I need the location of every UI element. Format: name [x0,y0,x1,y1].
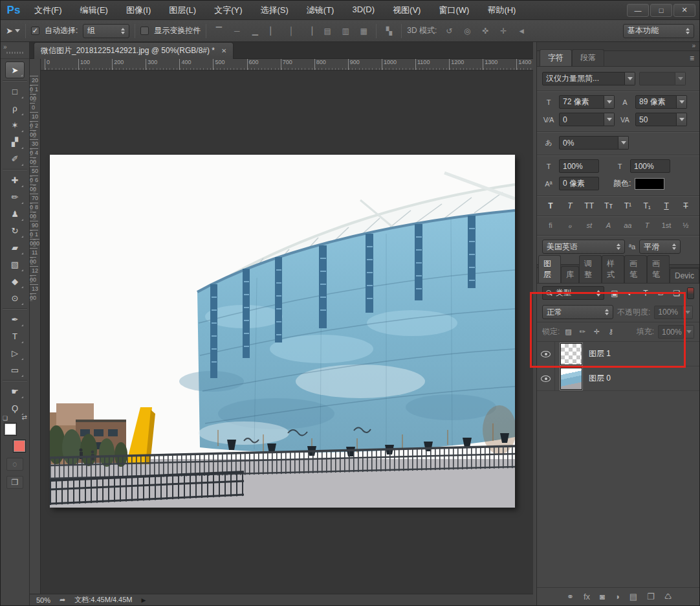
text-style-button[interactable]: Tᴛ [602,201,616,210]
lock-icon[interactable]: ✏ [578,328,587,336]
tool-button[interactable]: ◆ [5,273,25,289]
panel-tab[interactable]: 图层 [538,255,561,283]
layers-bottom-icon[interactable]: ▤ [629,592,637,601]
lock-icon[interactable]: ▨ [563,328,573,336]
tool-button[interactable]: ♟ [5,205,25,222]
language-dropdown[interactable]: 美国英语 [542,240,625,254]
quick-mask-button[interactable]: ◌ [6,458,23,471]
text-color-swatch[interactable] [635,178,664,190]
share-icon[interactable]: ➦ [60,596,65,604]
vertical-ruler[interactable]: 2001000100200300400500600700800900100011… [30,59,41,594]
tool-button[interactable]: ⊙ [5,289,25,306]
font-style-dropdown[interactable] [639,72,686,85]
text-style-button[interactable]: T [679,201,693,210]
align-icon[interactable]: │ [284,25,298,38]
close-tab-icon[interactable]: ✕ [221,47,226,54]
default-colors-icon[interactable]: ❏ [3,415,8,421]
background-color-swatch[interactable] [13,440,26,453]
tool-button[interactable]: ▷ [5,344,25,361]
fill-dropdown[interactable]: 100% [658,325,694,339]
layer-row[interactable]: 图层 0 [537,366,699,391]
proportional-spacing-dropdown[interactable]: 0% [559,136,629,150]
opentype-feature-button[interactable]: fi [543,221,558,230]
workspace-switcher-dropdown[interactable]: 基本功能 [623,24,694,38]
layer-thumbnail[interactable] [560,368,582,390]
tool-button[interactable]: ▭ [5,361,25,378]
distribute-icon[interactable]: ▚ [382,25,396,38]
layer-filter-icon[interactable]: ▱ [655,289,668,298]
menu-item[interactable]: 编辑(E) [72,2,116,19]
foreground-color-swatch[interactable] [4,423,17,436]
layers-bottom-icon[interactable]: ♺ [664,592,672,601]
align-icon[interactable]: ▥ [338,25,353,38]
auto-select-group-dropdown[interactable]: 组 [83,24,129,38]
layer-filter-icon[interactable]: ❏ [670,289,683,298]
opentype-feature-button[interactable]: 1st [659,221,673,230]
text-style-button[interactable]: T [563,201,577,210]
3d-mode-icon[interactable]: ✛ [496,25,510,38]
text-style-button[interactable]: T¹ [620,201,635,210]
panel-tab[interactable]: 画笔 [647,255,670,283]
canvas-photo[interactable] [50,155,515,508]
text-style-button[interactable]: T₁ [640,201,654,210]
layers-bottom-icon[interactable]: ◙ [600,592,605,601]
opacity-dropdown[interactable]: 100% [654,306,693,319]
tool-button[interactable]: T [5,328,25,344]
menu-item[interactable]: 窗口(W) [431,2,477,19]
menu-item[interactable]: 选择(S) [252,2,296,19]
panel-tab[interactable]: 样式 [602,255,624,283]
document-tab[interactable]: 微信图片_20181225142921.jpg @ 50%(RGB/8#) * … [34,42,234,59]
menu-item[interactable]: 文件(F) [27,2,70,19]
baseline-shift-field[interactable]: 0 像素 [559,177,599,190]
panel-grip[interactable] [6,52,23,54]
collapse-panel-icon[interactable]: » [3,43,7,50]
layers-bottom-icon[interactable]: fx [584,592,590,601]
menu-item[interactable]: 图层(L) [161,2,204,19]
menu-item[interactable]: 3D(D) [344,2,382,19]
panel-tab[interactable]: 字符 [540,49,572,66]
opentype-feature-button[interactable]: ½ [679,221,693,230]
layer-name[interactable]: 图层 1 [589,348,611,359]
layer-filter-toggle[interactable] [687,287,694,299]
lock-icon[interactable]: ⚷ [606,328,615,336]
text-style-button[interactable]: T [543,201,558,210]
panel-tab[interactable]: Devic [670,268,699,283]
blend-mode-dropdown[interactable]: 正常 [542,305,613,319]
3d-mode-icon[interactable]: ◎ [460,25,474,38]
layer-visibility-toggle[interactable] [537,342,555,366]
tool-button[interactable]: ▧ [5,256,25,273]
text-style-button[interactable]: T [659,201,673,210]
align-icon[interactable]: ▤ [320,25,334,38]
current-tool-preset[interactable]: ➤ [6,26,20,36]
layer-filter-icon[interactable]: T [639,289,652,298]
align-icon[interactable]: ▔ [212,25,226,38]
tool-button[interactable]: ✚ [5,172,25,188]
layer-name[interactable]: 图层 0 [589,373,611,384]
tracking-dropdown[interactable]: 50 [635,113,687,126]
opentype-feature-button[interactable]: aa [620,221,635,230]
auto-select-checkbox[interactable]: ✓ [31,27,39,35]
opentype-feature-button[interactable]: A [602,221,616,230]
maximize-button[interactable]: □ [650,4,672,17]
tool-button[interactable]: ✒ [5,311,25,328]
status-expand-icon[interactable]: ▶ [142,597,146,603]
leading-dropdown[interactable]: 89 像素 [635,95,687,109]
opentype-feature-button[interactable]: T [640,221,654,230]
layer-thumbnail[interactable] [560,343,582,365]
tool-button[interactable]: ✶ [5,117,25,133]
3d-mode-icon[interactable]: ✜ [478,25,492,38]
layers-bottom-icon[interactable]: ⚭ [567,592,574,601]
tool-button[interactable]: ρ [5,100,25,117]
align-icon[interactable]: ▕ [302,25,316,38]
layer-filter-icon[interactable]: ◐ [624,289,637,298]
3d-mode-icon[interactable]: ↺ [442,25,456,38]
tool-button[interactable]: ↻ [5,222,25,239]
menu-item[interactable]: 滤镜(T) [299,2,342,19]
menu-item[interactable]: 文字(Y) [206,2,250,19]
opentype-feature-button[interactable]: ℴ [563,221,577,230]
swap-colors-icon[interactable]: ⇄ [22,414,27,421]
font-size-dropdown[interactable]: 72 像素 [559,95,615,109]
layer-filter-icon[interactable]: ▣ [608,289,621,298]
panel-tab[interactable]: 库 [561,266,579,283]
anti-alias-dropdown[interactable]: 平滑 [639,240,681,254]
